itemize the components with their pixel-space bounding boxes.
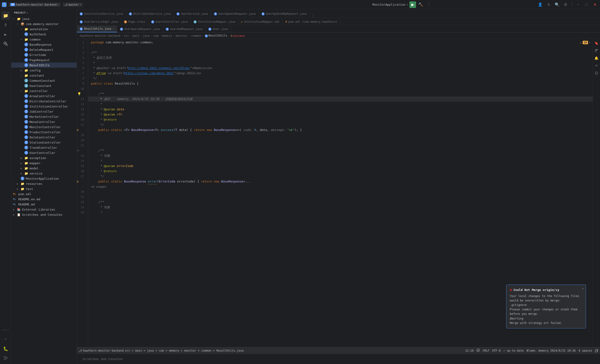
tab-userserviceimpl[interactable]: C UserServiceImpl.java	[77, 18, 121, 25]
project-badge[interactable]: HB hawthorn-monitor-backend ▾	[9, 3, 61, 7]
breadcrumb-resultutils[interactable]: CResultUtils	[205, 34, 227, 37]
activity-run[interactable]: ▶	[1, 30, 10, 38]
tab-distributeservice[interactable]: C DistributeService.java	[126, 10, 174, 18]
tree-menucontroller[interactable]: C MenuController	[11, 119, 77, 124]
tree-exception[interactable]: ▶ 📁 exception	[11, 155, 77, 160]
status-git-branch[interactable]: ⎇ hawthorn-monitor-backend	[79, 349, 123, 352]
tree-config[interactable]: ▶ 📁 config	[11, 68, 77, 73]
tree-monitorcontroller[interactable]: C MonitorController	[11, 124, 77, 129]
status-line-ending[interactable]: CRLF	[483, 349, 489, 352]
status-path[interactable]: src > main > java > com > memory > monit…	[125, 349, 244, 352]
tree-institutioncontroller[interactable]: C InstitutionController	[11, 104, 77, 109]
breadcrumb-monitor[interactable]: monitor	[176, 34, 188, 37]
tab-usercontroller[interactable]: C UserController.java	[148, 18, 191, 25]
tree-errorcode[interactable]: C ErrorCode	[11, 52, 77, 57]
tree-resultutils[interactable]: C ResultUtils	[11, 63, 77, 68]
activity-plugins[interactable]: 🔌	[1, 39, 10, 48]
tree-readme-en[interactable]: M↓ README.en.md	[11, 197, 77, 202]
build-button[interactable]: 🔨	[417, 1, 424, 8]
palette-icon[interactable]	[593, 70, 600, 76]
activity-commit[interactable]	[1, 21, 10, 29]
error-popup-close-button[interactable]: ×	[582, 287, 584, 291]
tree-pom[interactable]: M↓ pom.xml	[11, 191, 77, 197]
tab-institutionservice[interactable]: C InstitutionService.java	[77, 10, 126, 18]
tree-annotation[interactable]: ▾ 📁 annotation	[11, 27, 77, 32]
status-git-check[interactable]	[477, 348, 480, 353]
more-run-options[interactable]: ⋮	[425, 1, 432, 8]
notifications-icon[interactable]: 🔔	[593, 55, 600, 61]
translate-button[interactable]: A	[545, 1, 552, 8]
branch-badge[interactable]: ⎇ master ▾	[63, 3, 83, 7]
tree-java[interactable]: ▾ 📁 java	[11, 16, 77, 21]
tree-controller[interactable]: ▾ 📁 controller	[11, 88, 77, 93]
tree-common[interactable]: ▾ 📁 common	[11, 37, 77, 42]
search-everywhere-button[interactable]: 🔍	[554, 1, 560, 8]
minimize-button[interactable]: −	[575, 1, 581, 8]
tab-userservice[interactable]: C UserService.java	[174, 10, 211, 18]
tab-userupdaterequest[interactable]: C UserUpdateRequest.java	[211, 10, 259, 18]
tree-ext-libs[interactable]: ▶ 📚 External Libraries	[11, 207, 77, 212]
tree-jobcontroller[interactable]: C JobController	[11, 109, 77, 114]
tree-trendcontroller[interactable]: C TrendController	[11, 145, 77, 150]
tree-usercontroller[interactable]: C UserController	[11, 150, 77, 155]
breadcrumb-common[interactable]: common	[191, 34, 201, 37]
tree-authcheck[interactable]: C AuthCheck	[11, 32, 77, 37]
activity-more[interactable]: ···	[1, 326, 10, 334]
tree-baseresponse[interactable]: C BaseResponse	[11, 42, 77, 47]
tree-productcontroller[interactable]: C ProductController	[11, 129, 77, 135]
bottom-tab-scratches[interactable]: Scratches and Consoles	[81, 356, 125, 362]
warning-indicator[interactable]: ⚠ 19 ▾	[578, 40, 592, 45]
close-button[interactable]: ✕	[591, 1, 598, 8]
tab2-userqueryrequest[interactable]: C UserQueryRequest.java	[117, 26, 163, 32]
run-button[interactable]: ▶	[409, 1, 416, 8]
structure-icon[interactable]	[593, 47, 600, 54]
activity-git[interactable]	[1, 335, 10, 343]
copilot-icon[interactable]: M	[593, 62, 600, 69]
maximize-button[interactable]: □	[583, 1, 590, 8]
tree-package-com[interactable]: ▾ 📦 com.memory.monitor	[11, 21, 77, 27]
tree-scratches[interactable]: ▶ 📋 Scratches and Consoles	[11, 212, 77, 217]
breadcrumb-project[interactable]: hawthorn-monitor-backend	[80, 34, 120, 37]
tab-institutionmapper[interactable]: I InstitutionMapper.java	[191, 18, 238, 25]
status-copy-path[interactable]	[595, 349, 598, 352]
breadcrumb-success[interactable]: ⚙ success	[231, 34, 245, 37]
activity-structure[interactable]	[1, 354, 10, 362]
tree-deleterequest[interactable]: C DeleteRequest	[11, 47, 77, 52]
breadcrumb-main[interactable]: main	[133, 34, 140, 37]
tree-marketcontroller[interactable]: C MarketController	[11, 114, 77, 119]
tab-more-button[interactable]: ⋮	[309, 14, 316, 18]
tab2-useraddrequest[interactable]: C UserAddRequest.java	[163, 26, 205, 32]
activity-debug[interactable]: 🐛	[1, 344, 10, 353]
tab-pomxml[interactable]: M pom.xml (com.memory.hawthorn)	[283, 18, 341, 25]
tree-readme[interactable]: M↓ README.md	[11, 202, 77, 207]
tree-commonconstant[interactable]: I CommonConstant	[11, 78, 77, 83]
tree-userconstant[interactable]: I UserConstant	[11, 83, 77, 88]
bookmarks-icon[interactable]: 🔖	[593, 40, 600, 46]
breadcrumb-src[interactable]: src	[124, 34, 129, 37]
tree-constant[interactable]: ▾ 📁 constant	[11, 73, 77, 78]
tree-monitorapp[interactable]: C MonitorApplication	[11, 176, 77, 181]
breadcrumb-java[interactable]: java	[143, 34, 150, 37]
tree-resources[interactable]: ▶ 📁 resources	[11, 181, 77, 186]
tree-model[interactable]: ▶ 📁 model	[11, 166, 77, 171]
tree-mapper[interactable]: ▶ 📁 mapper	[11, 160, 77, 166]
tab-institutionmapperxml[interactable]: ▷ InstitutionMapper.xml	[238, 18, 283, 25]
status-blame[interactable]: Blame: memory 2024/8/31 18:36	[527, 349, 576, 352]
tab2-user[interactable]: C User.java	[206, 26, 231, 32]
status-uptodate[interactable]: ✓ up-to-date	[503, 349, 524, 352]
breadcrumb-memory[interactable]: memory	[162, 34, 172, 37]
activity-project[interactable]: 📁	[1, 11, 10, 20]
tree-service[interactable]: ▶ 📁 service	[11, 171, 77, 176]
tab-page[interactable]: C Page.class	[121, 18, 148, 25]
tree-distributecontroller[interactable]: C DistributeController	[11, 99, 77, 104]
tree-pagerequest[interactable]: C PageRequest	[11, 57, 77, 63]
settings-button[interactable]: ⚙	[562, 1, 569, 8]
tree-areacontroller[interactable]: C AreaController	[11, 93, 77, 99]
status-encoding[interactable]: UTF-8	[492, 349, 501, 352]
tab2-resultutils[interactable]: C ResultUtils.java ✕	[77, 26, 117, 32]
tab-userupdatemyrequest[interactable]: C UserUpdateMyRequest.java	[259, 10, 309, 18]
status-indent[interactable]: 4 spaces	[578, 349, 592, 352]
profile-button[interactable]: 👤	[537, 1, 544, 8]
tree-rolecontroller[interactable]: C RoleController	[11, 135, 77, 140]
breadcrumb-com[interactable]: com	[153, 34, 159, 37]
